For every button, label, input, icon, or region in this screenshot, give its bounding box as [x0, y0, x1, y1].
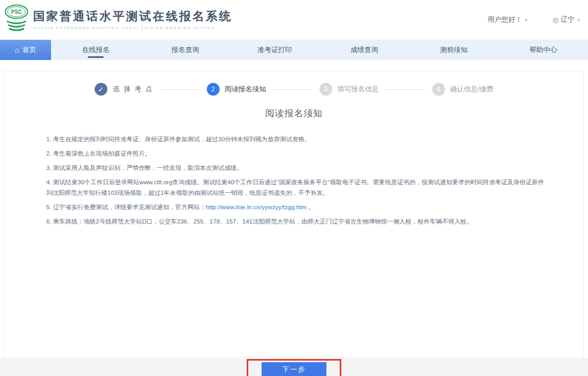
nav-item-home[interactable]: ⌂ 首页: [0, 40, 51, 60]
nav-item-label: 报名查询: [171, 45, 199, 55]
nav-item-label: 测前须知: [440, 45, 467, 55]
user-greeting: 用户您好！: [488, 15, 522, 24]
nav-item-help-center[interactable]: 帮助中心: [499, 40, 588, 60]
step-label: 选 择 考 点: [113, 84, 154, 94]
step-circle: 3: [320, 83, 332, 96]
region-label: 辽宁: [561, 15, 575, 24]
page: PSC 国家普通话水平测试在线报名系统 GUOJIA PUTONGHUA SHU…: [0, 0, 588, 376]
chevron-down-icon: ∨: [524, 17, 528, 23]
step-connector: [274, 89, 312, 90]
notice-item-5: 5. 辽宁省实行免费测试，详细要求见测试通知，官方网站：http://www.l…: [46, 202, 549, 212]
nav-items: 在线报名 报名查询 准考证打印 成绩查询 测前须知 帮助中心: [51, 40, 588, 60]
notice-item-1: 1. 考生在规定的报到时间持准考证、身份证原件参加测试，超过30分钟未报到视为放…: [46, 134, 549, 144]
step-confirm-payment: 4 确认信息/缴费: [432, 83, 494, 96]
header-right: 用户您好！ ∨ ◎ 辽宁 ∨: [488, 15, 583, 24]
nav-item-label: 准考证打印: [257, 45, 292, 55]
region-selector[interactable]: ◎ 辽宁 ∨: [552, 15, 583, 24]
app-title: 国家普通话水平测试在线报名系统: [33, 8, 232, 24]
check-icon: ✓: [95, 83, 107, 96]
step-circle: 2: [207, 83, 220, 96]
step-label: 阅读报名须知: [225, 84, 266, 94]
step-fill-info: 3 填写报名信息: [320, 83, 379, 96]
psc-logo-icon: PSC: [4, 4, 30, 34]
main-nav: ⌂ 首页 在线报名 报名查询 准考证打印 成绩查询 测前须知 帮助中心: [0, 40, 588, 60]
step-connector: [161, 89, 199, 90]
next-step-button[interactable]: 下一步: [262, 362, 326, 376]
nav-item-online-registration[interactable]: 在线报名: [51, 40, 140, 60]
notice-item-2: 2. 考生着深色上衣现场拍摄证件照片。: [46, 148, 549, 159]
step-label: 填写报名信息: [338, 84, 379, 94]
brand: 国家普通话水平测试在线报名系统 GUOJIA PUTONGHUA SHUIPIN…: [33, 8, 232, 30]
nav-home-label: 首页: [22, 45, 36, 55]
nav-item-score-query[interactable]: 成绩查询: [320, 40, 409, 60]
step-circle: 4: [432, 83, 445, 96]
location-icon: ◎: [552, 16, 558, 24]
notice-list: 1. 考生在规定的报到时间持准考证、身份证原件参加测试，超过30分钟未报到视为放…: [46, 134, 549, 230]
header: PSC 国家普通话水平测试在线报名系统 GUOJIA PUTONGHUA SHU…: [0, 0, 588, 39]
notice-item-3: 3. 测试采用人脸及声纹识别，严禁作弊，一经发现，取消本次测试成绩。: [46, 163, 549, 173]
home-icon: ⌂: [15, 46, 19, 54]
step-connector: [387, 89, 425, 90]
page-title: 阅读报名须知: [5, 107, 583, 119]
svg-text:PSC: PSC: [11, 9, 22, 15]
nav-item-admission-ticket-print[interactable]: 准考证打印: [230, 40, 320, 60]
user-menu[interactable]: 用户您好！ ∨: [488, 15, 530, 24]
nav-item-label: 成绩查询: [350, 45, 378, 55]
notice-5-text: 5. 辽宁省实行免费测试，详细要求见测试通知，官方网站：: [46, 204, 206, 210]
nav-item-label: 帮助中心: [530, 45, 557, 55]
nav-item-label: 在线报名: [82, 45, 110, 55]
content-card: ✓ 选 择 考 点 2 阅读报名须知 3 填写报名信息 4 确认信息/缴费 阅读…: [4, 71, 584, 357]
chevron-down-icon: ∨: [577, 17, 581, 23]
nav-item-pretest-notice[interactable]: 测前须知: [409, 40, 498, 60]
notice-5-suffix: 。: [306, 204, 314, 210]
step-label: 确认信息/缴费: [450, 84, 494, 94]
official-website-link[interactable]: http://www.lnie.ln.cn/yywzyy/tzgg.htm: [206, 204, 306, 210]
notice-item-4: 4. 测试结束30个工作日后登录网站www.cltt.org查询成绩。测试结束4…: [46, 177, 549, 198]
notice-item-6: 6. 乘车路线：地铁2号线师范大学站D口，公交车236、255、178、157、…: [46, 216, 549, 227]
step-select-test-site: ✓ 选 择 考 点: [95, 83, 154, 96]
nav-item-registration-query[interactable]: 报名查询: [140, 40, 230, 60]
active-underline: [88, 56, 104, 58]
step-read-notice: 2 阅读报名须知: [207, 83, 266, 96]
registration-stepper: ✓ 选 择 考 点 2 阅读报名须知 3 填写报名信息 4 确认信息/缴费: [5, 83, 583, 96]
app-subtitle: GUOJIA PUTONGHUA SHUIPING CESHI ZAIXIAN …: [33, 26, 232, 30]
